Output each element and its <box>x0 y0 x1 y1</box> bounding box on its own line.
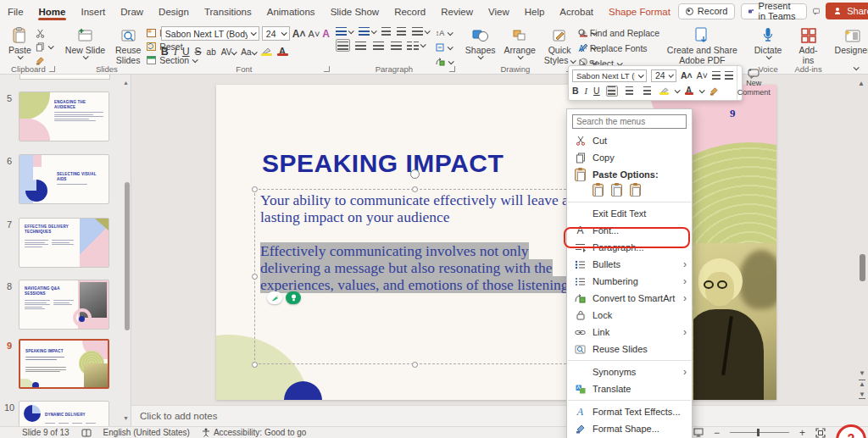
design-ideas-button[interactable] <box>267 291 282 304</box>
thumbnail-slide-10[interactable]: DYNAMIC DELIVERY <box>19 401 109 426</box>
replace-fonts-button[interactable]: Replace Fonts <box>578 42 659 54</box>
decrease-indent-button[interactable] <box>381 27 391 36</box>
mini-new-comment-button[interactable]: New Comment <box>737 66 771 100</box>
thumbnails-scroll-down-icon[interactable]: ▼ <box>123 415 129 421</box>
menu-item-link[interactable]: Link › <box>567 324 692 341</box>
slide-paragraph-2[interactable]: Effectively communicating involves not o… <box>260 242 581 293</box>
rotate-handle[interactable] <box>410 169 420 179</box>
fit-slide-to-window-button[interactable] <box>815 428 826 438</box>
resize-handle-bottom-left[interactable] <box>252 362 258 368</box>
new-slide-button[interactable]: New Slide <box>61 25 109 61</box>
resize-handle-top-left[interactable] <box>252 186 258 192</box>
mini-shrink-font-button[interactable]: A˅ <box>697 70 708 80</box>
mini-underline-button[interactable]: U <box>593 86 600 96</box>
font-dialog-launcher[interactable] <box>324 66 330 72</box>
canvas-scrollbar[interactable] <box>860 254 865 281</box>
slide-photo[interactable] <box>693 243 776 400</box>
increase-indent-button[interactable] <box>397 27 406 36</box>
mini-decrease-indent-button[interactable] <box>712 71 721 80</box>
paste-button[interactable]: Paste <box>4 25 36 61</box>
menu-item-format-shape[interactable]: Format Shape... <box>567 420 692 437</box>
paste-merge-formatting-button[interactable] <box>611 184 622 197</box>
change-case-button[interactable]: Aa <box>241 47 255 57</box>
resize-handle-mid-left[interactable] <box>252 274 258 280</box>
lightbulb-suggestion-button[interactable] <box>286 291 301 304</box>
tab-acrobat[interactable]: Acrobat <box>552 2 601 21</box>
mini-increase-indent-button[interactable] <box>725 71 733 80</box>
thumbnail-slide-5[interactable]: ENGAGING THE AUDIENCE <box>19 91 109 141</box>
zoom-out-button[interactable]: − <box>714 427 720 438</box>
canvas-scroll-up-icon[interactable]: ▲ <box>858 80 865 87</box>
tab-design[interactable]: Design <box>151 2 197 21</box>
thumbnail-slide-6[interactable]: SELECTING VISUAL AIDS <box>19 154 109 204</box>
menu-item-bullets[interactable]: Bullets › <box>567 256 692 273</box>
justify-button[interactable] <box>389 39 403 52</box>
tab-animations[interactable]: Animations <box>259 2 323 21</box>
clear-formatting-button[interactable]: A <box>322 28 330 40</box>
next-slide-button[interactable]: ▼ <box>859 391 865 399</box>
dictate-button[interactable]: Dictate <box>750 25 787 61</box>
mini-bold-button[interactable]: B <box>572 86 579 96</box>
menu-item-translate[interactable]: Translate <box>567 380 692 397</box>
arrange-button[interactable]: Arrange <box>499 25 539 61</box>
align-right-button[interactable] <box>371 39 386 52</box>
thumbnail-slide-9[interactable]: SPEAKING IMPACT <box>19 339 109 389</box>
tab-record[interactable]: Record <box>387 2 433 21</box>
thumbnail-slide-7[interactable]: EFFECTIVE DELIVERY TECHNIQUES <box>19 218 109 268</box>
mini-align-center-button[interactable] <box>624 86 636 97</box>
tab-view[interactable]: View <box>481 2 517 21</box>
align-center-button[interactable] <box>353 39 368 52</box>
mini-font-size-combo[interactable]: 24 <box>651 69 676 82</box>
thumbnails-scroll-up-icon[interactable]: ▲ <box>123 80 129 86</box>
underline-button[interactable]: U <box>182 46 190 58</box>
thumbnail-slide-8[interactable]: NAVIGATING Q&A SESSIONS <box>19 280 109 330</box>
tab-help[interactable]: Help <box>517 2 553 21</box>
font-name-combo[interactable]: Sabon Next LT (Body) <box>161 26 259 41</box>
character-spacing-button[interactable]: AV <box>221 47 236 57</box>
numbering-button[interactable] <box>359 27 376 36</box>
mini-align-right-button[interactable] <box>642 86 654 97</box>
mini-highlight-chevron-icon[interactable] <box>674 87 680 93</box>
previous-slide-button[interactable]: ▲ <box>859 380 865 388</box>
share-button[interactable]: Share <box>826 3 868 19</box>
columns-button[interactable] <box>407 42 425 50</box>
menu-item-convert-smartart[interactable]: Convert to SmartArt › <box>567 290 692 307</box>
text-shadow-button[interactable]: ab <box>207 47 216 57</box>
tab-insert[interactable]: Insert <box>73 2 113 21</box>
menu-item-reuse-slides[interactable]: Reuse Slides <box>567 341 692 358</box>
tab-review[interactable]: Review <box>433 2 481 21</box>
font-size-combo[interactable]: 24 <box>262 26 290 41</box>
find-replace-button[interactable]: Find and Replace <box>578 27 659 39</box>
present-in-teams-button[interactable]: Present in Teams <box>741 3 807 19</box>
clipboard-dialog-launcher[interactable] <box>49 66 55 72</box>
zoom-in-button[interactable]: + <box>799 427 805 438</box>
zoom-slider[interactable] <box>730 432 789 433</box>
menu-item-numbering[interactable]: Numbering › <box>567 273 692 290</box>
record-button[interactable]: Record <box>678 3 735 19</box>
accessibility-status[interactable]: Accessibility: Good to go <box>202 428 307 437</box>
grow-font-button[interactable]: A˄ <box>292 28 306 40</box>
mini-italic-button[interactable]: I <box>585 86 588 96</box>
bold-button[interactable]: B <box>161 46 169 58</box>
reuse-slides-button[interactable]: Reuse Slides <box>109 25 147 67</box>
align-left-button[interactable] <box>336 39 350 52</box>
tab-file[interactable]: File <box>0 2 31 21</box>
notes-pane[interactable]: Click to add notes <box>131 405 868 426</box>
slide-title[interactable]: SPEAKING IMPACT <box>262 149 504 178</box>
thumbnails-scrollbar[interactable] <box>125 182 130 330</box>
line-spacing-button[interactable] <box>412 27 429 36</box>
paste-keep-source-button[interactable] <box>593 184 604 197</box>
designer-button[interactable]: Designer <box>831 25 868 57</box>
selected-text[interactable]: Effectively communicating involves not o… <box>260 242 569 293</box>
align-text-button[interactable] <box>436 42 453 53</box>
mini-align-left-button[interactable] <box>606 86 618 97</box>
cut-button[interactable] <box>36 27 53 39</box>
thumbnail-slide4-edge[interactable] <box>19 75 110 80</box>
menu-item-copy[interactable]: Copy <box>567 149 692 166</box>
bullets-button[interactable] <box>336 27 353 36</box>
mini-highlight-button[interactable] <box>659 87 669 95</box>
copy-button[interactable] <box>36 41 53 53</box>
paragraph-dialog-launcher[interactable] <box>449 66 455 72</box>
create-share-adobe-pdf-button[interactable]: Create and Share Adobe PDF <box>663 25 742 67</box>
notes-icon[interactable] <box>81 429 92 437</box>
